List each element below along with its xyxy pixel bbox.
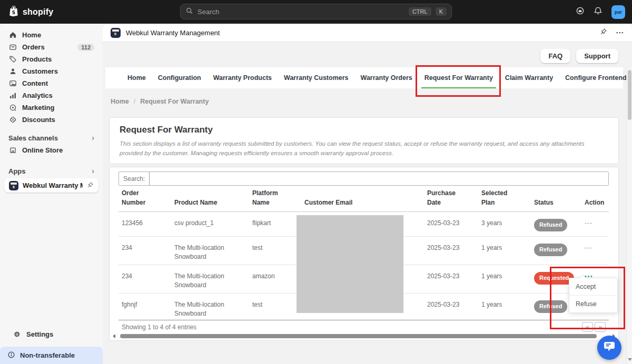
table-footer: Showing 1 to 4 of 4 entries « » bbox=[118, 320, 609, 333]
col-header-customer-email[interactable]: Customer Email bbox=[301, 198, 424, 207]
shopify-logo[interactable]: S shopify bbox=[8, 0, 53, 24]
cell-status: Refused bbox=[531, 212, 581, 231]
horizontal-scrollbar-thumb[interactable] bbox=[120, 334, 597, 338]
customers-icon bbox=[8, 67, 17, 75]
sidebar: Home Orders 112 Products Customers Conte… bbox=[0, 24, 103, 364]
pagination-next-button[interactable]: » bbox=[595, 322, 606, 332]
chat-widget-button[interactable] bbox=[597, 336, 621, 360]
pin-icon[interactable] bbox=[600, 28, 607, 37]
webkul-app-icon bbox=[111, 28, 121, 38]
horizontal-scrollbar[interactable] bbox=[113, 333, 615, 338]
app-tabbar: Home Configuration Warranty Products War… bbox=[105, 67, 623, 88]
cell-product-name: The Multi-location Snowboard bbox=[171, 237, 249, 262]
global-search-input[interactable]: Search CTRL K bbox=[180, 4, 452, 19]
cell-action: --- bbox=[581, 212, 609, 228]
table-search-input[interactable] bbox=[149, 172, 608, 185]
sales-channels-label: Sales channels bbox=[8, 134, 58, 142]
col-header-action[interactable]: Action bbox=[581, 198, 609, 207]
sidebar-item-label: Content bbox=[22, 79, 48, 87]
vertical-scrollbar-thumb[interactable] bbox=[628, 70, 631, 120]
table-header-row: Order Number Product Name Platform Name … bbox=[118, 188, 609, 212]
cell-selected-plan: 1 years bbox=[478, 265, 531, 281]
pagination-prev-button[interactable]: « bbox=[582, 322, 593, 332]
status-badge: Requested bbox=[534, 272, 574, 285]
col-header-product-name[interactable]: Product Name bbox=[171, 198, 249, 207]
brand-name: shopify bbox=[23, 7, 53, 17]
app-header: Webkul Warranty Management ⋯ bbox=[103, 24, 632, 42]
shopify-bag-icon: S bbox=[8, 5, 19, 19]
action-menu-item-refuse[interactable]: Refuse bbox=[569, 296, 617, 312]
cell-product-name: The Multi-location Snowboard bbox=[171, 294, 249, 319]
tab-configuration[interactable]: Configuration bbox=[158, 67, 201, 88]
sidebar-item-label: Online Store bbox=[22, 146, 63, 154]
topbar: S shopify Search CTRL K par bbox=[0, 0, 632, 24]
cell-purchase-date: 2025-03-23 bbox=[424, 294, 478, 309]
tab-warranty-orders[interactable]: Warranty Orders bbox=[361, 67, 412, 88]
banner-label: Non-transferable bbox=[20, 351, 75, 359]
cell-status: Refused bbox=[531, 237, 581, 256]
webkul-app-icon bbox=[9, 181, 18, 190]
orders-icon bbox=[8, 43, 17, 51]
notifications-bell-button[interactable] bbox=[594, 6, 603, 17]
tab-warranty-products[interactable]: Warranty Products bbox=[213, 67, 272, 88]
cell-platform-name: flipkart bbox=[249, 212, 301, 228]
apps-header[interactable]: Apps › bbox=[0, 165, 103, 177]
breadcrumb: Home / Request For Warranty bbox=[111, 98, 209, 105]
inbox-chat-button[interactable] bbox=[576, 6, 585, 17]
tag-icon bbox=[8, 55, 17, 63]
faq-button[interactable]: FAQ bbox=[540, 49, 570, 63]
sidebar-item-analytics[interactable]: Analytics bbox=[4, 89, 98, 102]
breadcrumb-home-link[interactable]: Home bbox=[111, 98, 129, 105]
sidebar-item-customers[interactable]: Customers bbox=[4, 65, 98, 77]
vertical-scrollbar[interactable] bbox=[626, 67, 632, 364]
sidebar-item-online-store[interactable]: Online Store bbox=[4, 144, 98, 156]
cell-order-number: 234 bbox=[118, 265, 171, 281]
gear-icon: ⚙ bbox=[13, 330, 21, 338]
cell-purchase-date: 2025-03-23 bbox=[424, 265, 478, 281]
sidebar-item-content[interactable]: Content bbox=[4, 77, 98, 89]
home-icon bbox=[8, 31, 17, 39]
cell-selected-plan: 1 years bbox=[478, 294, 531, 309]
sidebar-item-label: Discounts bbox=[22, 116, 55, 124]
sidebar-item-home[interactable]: Home bbox=[4, 29, 98, 41]
col-header-selected-plan[interactable]: Selected Plan bbox=[478, 188, 531, 207]
sales-channels-header[interactable]: Sales channels › bbox=[0, 132, 103, 144]
action-dropdown-menu: Accept Refuse bbox=[569, 278, 618, 313]
sidebar-item-orders[interactable]: Orders 112 bbox=[4, 41, 98, 53]
info-icon bbox=[7, 351, 15, 360]
col-header-status[interactable]: Status bbox=[531, 198, 581, 207]
tab-home[interactable]: Home bbox=[127, 67, 146, 88]
pin-icon[interactable] bbox=[87, 181, 94, 190]
col-header-purchase-date[interactable]: Purchase Date bbox=[424, 188, 478, 207]
chevron-right-icon: › bbox=[92, 134, 94, 142]
entries-summary: Showing 1 to 4 of 4 entries bbox=[122, 323, 196, 331]
user-avatar[interactable]: par bbox=[611, 5, 625, 19]
sidebar-item-products[interactable]: Products bbox=[4, 53, 98, 65]
redacted-email-block bbox=[297, 215, 403, 313]
col-header-order-number[interactable]: Order Number bbox=[118, 188, 171, 207]
non-transferable-banner[interactable]: Non-transferable bbox=[0, 347, 103, 364]
tab-request-for-warranty[interactable]: Request For Warranty bbox=[424, 67, 493, 88]
sidebar-item-webkul-warranty-app[interactable]: Webkul Warranty M... bbox=[4, 178, 98, 193]
action-menu-item-accept[interactable]: Accept bbox=[569, 278, 617, 296]
sidebar-item-label: Products bbox=[22, 55, 52, 63]
main-area: Webkul Warranty Management ⋯ FAQ Support… bbox=[103, 24, 632, 364]
tab-configure-frontend[interactable]: Configure Frontend bbox=[565, 67, 627, 88]
sidebar-item-marketing[interactable]: Marketing bbox=[4, 102, 98, 114]
more-options-button[interactable]: ⋯ bbox=[616, 28, 624, 37]
marketing-icon bbox=[8, 104, 17, 112]
sidebar-item-label: Orders bbox=[22, 43, 45, 51]
page-description: This section displays a list of warranty… bbox=[120, 139, 608, 158]
sidebar-item-discounts[interactable]: Discounts bbox=[4, 114, 98, 126]
discounts-icon bbox=[8, 116, 17, 124]
storefront-icon bbox=[8, 146, 17, 154]
page-title: Request For Warranty bbox=[120, 125, 608, 135]
tab-claim-warranty[interactable]: Claim Warranty bbox=[505, 67, 553, 88]
tab-warranty-customers[interactable]: Warranty Customers bbox=[284, 67, 349, 88]
support-button[interactable]: Support bbox=[576, 49, 618, 63]
status-badge: Refused bbox=[534, 219, 567, 231]
cell-platform-name: test bbox=[249, 237, 301, 252]
col-header-platform-name[interactable]: Platform Name bbox=[249, 188, 301, 207]
cell-purchase-date: 2025-03-23 bbox=[424, 212, 478, 228]
sidebar-item-settings[interactable]: ⚙ Settings bbox=[8, 328, 94, 340]
